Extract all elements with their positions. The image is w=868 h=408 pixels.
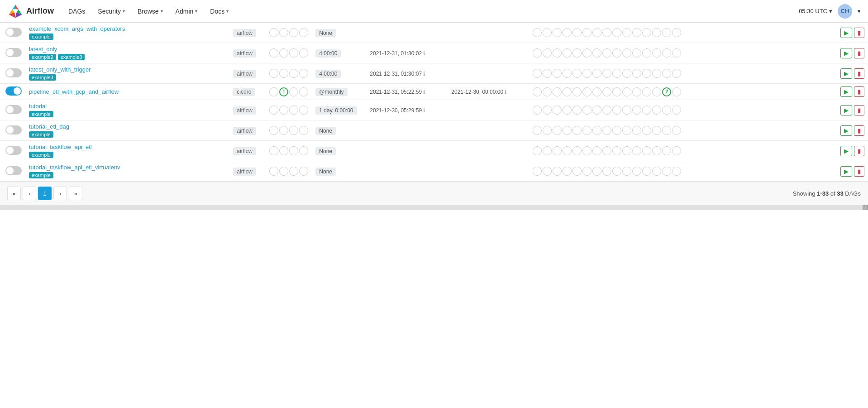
task-circle[interactable]: [672, 87, 681, 96]
run-circle[interactable]: [289, 106, 298, 115]
task-circle[interactable]: [612, 167, 621, 176]
task-circle[interactable]: [563, 28, 572, 37]
delete-dag-button[interactable]: ▮: [854, 48, 864, 58]
task-circle[interactable]: [543, 106, 552, 115]
dag-name-link[interactable]: latest_only_with_trigger: [29, 66, 226, 73]
run-circle[interactable]: [299, 106, 308, 115]
dag-toggle[interactable]: [5, 86, 22, 96]
dag-tag[interactable]: example: [29, 34, 53, 40]
run-circle[interactable]: [279, 106, 288, 115]
task-circle[interactable]: [632, 69, 641, 78]
run-circle[interactable]: [269, 126, 278, 135]
dag-tag[interactable]: example3: [29, 74, 56, 81]
task-circle[interactable]: [563, 167, 572, 176]
task-circle[interactable]: [572, 167, 582, 176]
task-circle[interactable]: [533, 48, 542, 58]
dag-toggle[interactable]: [5, 105, 22, 114]
task-circle[interactable]: [642, 146, 651, 155]
task-circle[interactable]: [652, 87, 661, 96]
info-icon[interactable]: ℹ: [422, 71, 425, 77]
task-circle[interactable]: [652, 48, 661, 58]
dag-toggle[interactable]: [5, 146, 22, 155]
run-circle[interactable]: [269, 167, 278, 176]
task-circle[interactable]: [672, 28, 681, 37]
task-circle[interactable]: [672, 146, 681, 155]
task-circle[interactable]: [622, 126, 631, 135]
task-circle[interactable]: [612, 87, 621, 96]
task-circle[interactable]: [553, 87, 562, 96]
task-circle[interactable]: [563, 106, 572, 115]
task-circle[interactable]: [572, 87, 582, 96]
dag-table-scroll[interactable]: example_xcom_args_with_operatorsexamplea…: [0, 23, 868, 182]
run-circle[interactable]: [299, 126, 308, 135]
task-circle[interactable]: [533, 146, 542, 155]
task-circle[interactable]: [642, 167, 651, 176]
task-circle[interactable]: [632, 48, 641, 58]
task-circle[interactable]: [563, 48, 572, 58]
run-dag-button[interactable]: ▶: [840, 68, 852, 79]
task-circle[interactable]: [622, 48, 631, 58]
task-circle[interactable]: [582, 106, 591, 115]
task-circle[interactable]: [592, 69, 601, 78]
task-circle[interactable]: [602, 48, 611, 58]
run-circle[interactable]: [289, 167, 298, 176]
page-first-btn[interactable]: «: [7, 187, 21, 200]
task-circle[interactable]: [533, 87, 542, 96]
task-circle[interactable]: [612, 106, 621, 115]
run-circle[interactable]: [299, 167, 308, 176]
task-circle[interactable]: [582, 69, 591, 78]
task-circle[interactable]: [622, 167, 631, 176]
run-circle[interactable]: [279, 28, 288, 37]
page-prev-btn[interactable]: ‹: [23, 187, 36, 200]
task-circle[interactable]: [553, 28, 562, 37]
task-circle[interactable]: [642, 28, 651, 37]
task-circle[interactable]: [543, 69, 552, 78]
task-circle[interactable]: [642, 48, 651, 58]
task-circle[interactable]: [662, 69, 671, 78]
task-circle[interactable]: [662, 167, 671, 176]
delete-dag-button[interactable]: ▮: [854, 125, 864, 136]
run-circle[interactable]: [299, 146, 308, 155]
dag-name-link[interactable]: example_xcom_args_with_operators: [29, 25, 226, 32]
task-circle[interactable]: [592, 126, 601, 135]
task-circle[interactable]: [642, 106, 651, 115]
task-circle[interactable]: [632, 167, 641, 176]
dag-tag[interactable]: example: [29, 111, 53, 117]
task-circle[interactable]: [543, 28, 552, 37]
task-circle[interactable]: [652, 167, 661, 176]
delete-dag-button[interactable]: ▮: [854, 28, 864, 38]
task-circle[interactable]: [662, 126, 671, 135]
task-circle[interactable]: [553, 126, 562, 135]
task-circle[interactable]: [612, 28, 621, 37]
task-circle[interactable]: [622, 146, 631, 155]
task-circle[interactable]: [543, 126, 552, 135]
task-circle[interactable]: [563, 69, 572, 78]
task-circle[interactable]: [642, 87, 651, 96]
task-circle[interactable]: [632, 87, 641, 96]
run-dag-button[interactable]: ▶: [840, 48, 852, 58]
task-circle[interactable]: [563, 126, 572, 135]
task-circle[interactable]: [662, 48, 671, 58]
run-circle[interactable]: [299, 87, 308, 96]
dag-name-link[interactable]: tutorial: [29, 103, 226, 110]
task-circle[interactable]: [553, 167, 562, 176]
task-circle[interactable]: [572, 106, 582, 115]
run-circle[interactable]: [289, 28, 298, 37]
task-circle[interactable]: [672, 126, 681, 135]
task-circle[interactable]: [612, 48, 621, 58]
task-circle[interactable]: [602, 146, 611, 155]
task-circle[interactable]: [622, 28, 631, 37]
run-dag-button[interactable]: ▶: [840, 86, 852, 97]
task-circle[interactable]: [592, 48, 601, 58]
task-circle[interactable]: [543, 146, 552, 155]
task-circle[interactable]: [582, 87, 591, 96]
dag-toggle[interactable]: [5, 28, 22, 37]
task-circle[interactable]: [652, 69, 661, 78]
run-circle[interactable]: [279, 146, 288, 155]
task-circle[interactable]: [592, 28, 601, 37]
task-circle[interactable]: [622, 106, 631, 115]
task-circle[interactable]: [602, 87, 611, 96]
run-circle[interactable]: [279, 69, 288, 78]
task-circle[interactable]: [533, 126, 542, 135]
task-circle[interactable]: [582, 48, 591, 58]
